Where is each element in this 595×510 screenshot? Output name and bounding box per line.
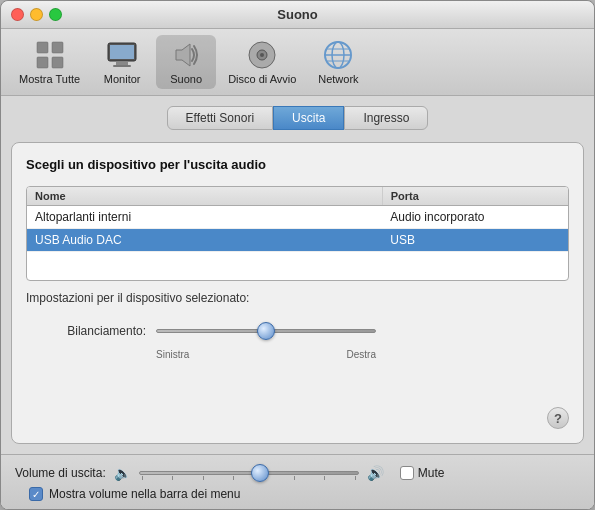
svg-rect-5 (110, 45, 134, 59)
main-panel: Scegli un dispositivo per l'uscita audio… (11, 142, 584, 444)
svg-marker-8 (176, 44, 190, 66)
toolbar-item-suono[interactable]: Suono (156, 35, 216, 89)
table-header: Nome Porta (27, 187, 568, 206)
tick-4 (233, 476, 234, 480)
balance-left-label: Sinistra (156, 349, 189, 360)
row-1-porta: Audio incorporato (382, 206, 568, 228)
toolbar-label-suono: Suono (170, 73, 202, 85)
panel-title: Scegli un dispositivo per l'uscita audio (26, 157, 569, 172)
row-2-nome: USB Audio DAC (27, 229, 382, 251)
tab-ingresso[interactable]: Ingresso (344, 106, 428, 130)
mute-label: Mute (418, 466, 445, 480)
balance-row: Bilanciamento: (46, 321, 569, 341)
close-button[interactable] (11, 8, 24, 21)
volume-low-icon: 🔈 (114, 465, 131, 481)
tick-7 (324, 476, 325, 480)
volume-ticks (140, 476, 358, 480)
balance-right-label: Destra (347, 349, 376, 360)
volume-row: Volume di uscita: 🔈 (15, 463, 580, 483)
balance-labels: Sinistra Destra (156, 349, 376, 360)
table-row-empty[interactable] (27, 252, 568, 280)
toolbar-label-monitor: Monitor (104, 73, 141, 85)
balance-slider-thumb[interactable] (257, 322, 275, 340)
balance-label: Bilanciamento: (46, 324, 146, 338)
svg-rect-2 (37, 57, 48, 68)
help-button[interactable]: ? (547, 407, 569, 429)
tick-3 (203, 476, 204, 480)
svg-rect-3 (52, 57, 63, 68)
sound-icon (170, 39, 202, 71)
table-row-selected[interactable]: USB Audio DAC USB (27, 229, 568, 252)
row-1-nome: Altoparlanti interni (27, 206, 382, 228)
tab-uscita[interactable]: Uscita (273, 106, 344, 130)
help-row: ? (26, 407, 569, 429)
toolbar-label-mostra-tutte: Mostra Tutte (19, 73, 80, 85)
window-buttons (11, 8, 62, 21)
svg-point-11 (260, 53, 264, 57)
tick-1 (142, 476, 143, 480)
network-icon (322, 39, 354, 71)
grid-icon (34, 39, 66, 71)
tab-bar: Effetti Sonori Uscita Ingresso (11, 106, 584, 130)
menu-bar-label: Mostra volume nella barra dei menu (49, 487, 240, 501)
disk-icon (246, 39, 278, 71)
monitor-icon (106, 39, 138, 71)
volume-high-icon: 🔊 (367, 465, 384, 481)
window-title: Suono (277, 7, 317, 22)
svg-rect-0 (37, 42, 48, 53)
toolbar: Mostra Tutte Monitor Suono (1, 29, 594, 96)
volume-slider-thumb[interactable] (251, 464, 269, 482)
svg-rect-1 (52, 42, 63, 53)
main-window: Suono Mostra Tutte (0, 0, 595, 510)
device-table: Nome Porta Altoparlanti interni Audio in… (26, 186, 569, 281)
toolbar-item-disco[interactable]: Disco di Avvio (220, 35, 304, 89)
col-porta: Porta (383, 187, 568, 205)
tick-2 (172, 476, 173, 480)
maximize-button[interactable] (49, 8, 62, 21)
volume-slider-track (139, 471, 359, 475)
menu-bar-checkbox[interactable]: ✓ (29, 487, 43, 501)
mute-section: Mute (400, 466, 445, 480)
table-row[interactable]: Altoparlanti interni Audio incorporato (27, 206, 568, 229)
menu-bar-row: ✓ Mostra volume nella barra dei menu (29, 487, 580, 501)
toolbar-item-mostra-tutte[interactable]: Mostra Tutte (11, 35, 88, 89)
toolbar-item-monitor[interactable]: Monitor (92, 35, 152, 89)
minimize-button[interactable] (30, 8, 43, 21)
balance-slider-container (156, 321, 376, 341)
volume-slider-container (139, 463, 359, 483)
settings-label: Impostazioni per il dispositivo selezion… (26, 291, 569, 305)
tick-8 (355, 476, 356, 480)
toolbar-item-network[interactable]: Network (308, 35, 368, 89)
volume-label: Volume di uscita: (15, 466, 106, 480)
tick-6 (294, 476, 295, 480)
toolbar-label-network: Network (318, 73, 358, 85)
titlebar: Suono (1, 1, 594, 29)
col-nome: Nome (27, 187, 383, 205)
svg-rect-6 (116, 62, 128, 65)
tab-effetti-sonori[interactable]: Effetti Sonori (167, 106, 273, 130)
svg-rect-7 (113, 65, 131, 67)
toolbar-label-disco: Disco di Avvio (228, 73, 296, 85)
bottom-bar: Volume di uscita: 🔈 (1, 454, 594, 509)
content-area: Effetti Sonori Uscita Ingresso Scegli un… (1, 96, 594, 454)
row-2-porta: USB (382, 229, 568, 251)
mute-checkbox[interactable] (400, 466, 414, 480)
